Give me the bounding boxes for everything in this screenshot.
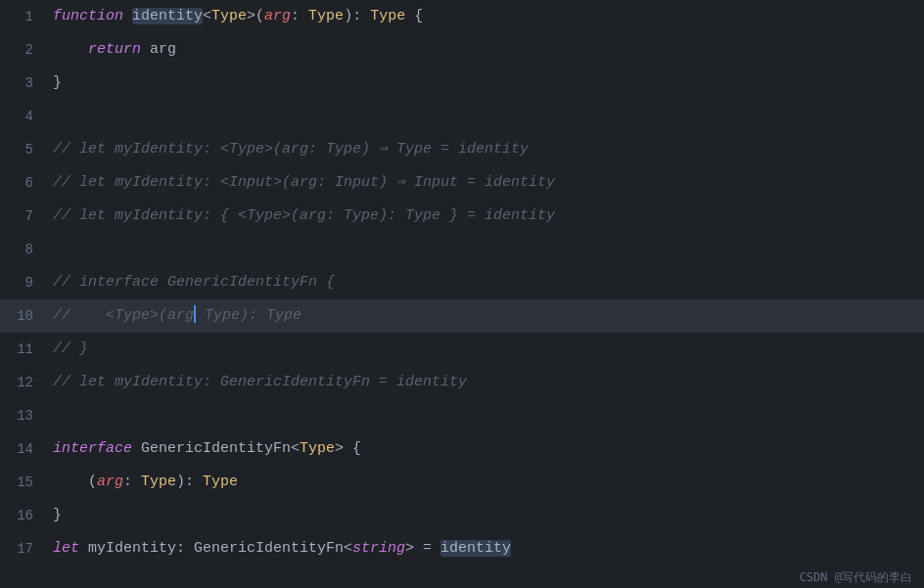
code-content xyxy=(49,399,924,432)
code-line: 15 (arg: Type): Type xyxy=(0,466,924,499)
token: string xyxy=(352,540,405,557)
line-number: 3 xyxy=(0,75,49,91)
token: GenericIdentityFn< xyxy=(132,440,300,457)
token xyxy=(53,41,88,58)
token: Type): Type xyxy=(196,307,301,324)
token: Type xyxy=(370,8,405,24)
code-line: 7// let myIdentity: { <Type>(arg: Type):… xyxy=(0,200,924,233)
line-number: 9 xyxy=(0,275,49,291)
code-line: 16} xyxy=(0,499,924,532)
code-line: 10// <Type>(arg Type): Type xyxy=(0,299,924,333)
token: Type xyxy=(300,440,335,457)
token: function xyxy=(53,8,132,24)
code-content: return arg xyxy=(49,33,924,67)
token: identity xyxy=(440,540,511,557)
token: < xyxy=(203,8,211,24)
token: : xyxy=(123,474,141,490)
code-line: 14interface GenericIdentityFn<Type> { xyxy=(0,432,924,466)
line-number: 11 xyxy=(0,341,49,357)
token: } xyxy=(53,74,62,91)
line-number: 16 xyxy=(0,508,49,523)
code-content: let myIdentity: GenericIdentityFn<string… xyxy=(49,532,924,565)
token: // } xyxy=(53,340,88,357)
code-content: } xyxy=(49,67,924,100)
line-number: 14 xyxy=(0,441,49,457)
code-line: 2 return arg xyxy=(0,33,924,67)
line-number: 1 xyxy=(0,9,49,24)
token: Type xyxy=(141,474,176,490)
token: return xyxy=(88,41,141,58)
code-content: (arg: Type): Type xyxy=(49,466,924,499)
code-content: // } xyxy=(49,333,924,366)
line-number: 12 xyxy=(0,375,49,390)
code-content xyxy=(49,233,924,266)
token: ): xyxy=(176,474,203,490)
code-content: // let myIdentity: <Type>(arg: Type) ⇒ T… xyxy=(49,133,924,166)
code-line: 13 xyxy=(0,399,924,432)
token: interface xyxy=(53,440,132,457)
line-number: 15 xyxy=(0,475,49,490)
code-line: 1function identity<Type>(arg: Type): Typ… xyxy=(0,0,924,33)
token: arg xyxy=(264,8,291,24)
code-line: 4 xyxy=(0,100,924,133)
code-content xyxy=(49,100,924,133)
token: ( xyxy=(53,474,97,490)
line-number: 17 xyxy=(0,541,49,557)
code-content: interface GenericIdentityFn<Type> { xyxy=(49,432,924,466)
code-content: // let myIdentity: { <Type>(arg: Type): … xyxy=(49,200,924,233)
line-number: 7 xyxy=(0,208,49,224)
token: arg xyxy=(141,41,176,58)
token: > { xyxy=(335,440,361,457)
token: // interface GenericIdentityFn { xyxy=(53,274,335,291)
line-number: 6 xyxy=(0,175,49,191)
token: > = xyxy=(405,540,440,557)
token: // let myIdentity: { <Type>(arg: Type): … xyxy=(53,207,555,224)
token: // <Type>(arg xyxy=(53,307,194,324)
token: let xyxy=(53,540,79,557)
code-content: // <Type>(arg Type): Type xyxy=(49,299,924,333)
code-line: 6// let myIdentity: <Input>(arg: Input) … xyxy=(0,166,924,200)
code-content: // let myIdentity: GenericIdentityFn = i… xyxy=(49,366,924,399)
line-number: 13 xyxy=(0,408,49,424)
token: { xyxy=(405,8,423,24)
code-line: 9// interface GenericIdentityFn { xyxy=(0,266,924,299)
token: // let myIdentity: <Input>(arg: Input) ⇒… xyxy=(53,174,555,191)
code-content: // interface GenericIdentityFn { xyxy=(49,266,924,299)
token: >( xyxy=(247,8,264,24)
line-number: 5 xyxy=(0,142,49,158)
footer-bar: CSDN @写代码的李白 xyxy=(0,567,924,588)
token: myIdentity: GenericIdentityFn< xyxy=(79,540,352,557)
line-number: 2 xyxy=(0,42,49,58)
code-line: 11// } xyxy=(0,333,924,366)
line-number: 4 xyxy=(0,109,49,124)
code-content: function identity<Type>(arg: Type): Type… xyxy=(49,0,924,33)
token: // let myIdentity: <Type>(arg: Type) ⇒ T… xyxy=(53,141,529,158)
line-number: 8 xyxy=(0,242,49,257)
token: : xyxy=(291,8,308,24)
token: Type xyxy=(203,474,238,490)
line-number: 10 xyxy=(0,308,49,324)
token: Type xyxy=(308,8,344,24)
token: ): xyxy=(344,8,370,24)
token: arg xyxy=(97,474,123,490)
code-line: 5// let myIdentity: <Type>(arg: Type) ⇒ … xyxy=(0,133,924,166)
code-line: 12// let myIdentity: GenericIdentityFn =… xyxy=(0,366,924,399)
code-content: } xyxy=(49,499,924,532)
code-line: 17let myIdentity: GenericIdentityFn<stri… xyxy=(0,532,924,565)
code-line: 8 xyxy=(0,233,924,266)
code-line: 3} xyxy=(0,67,924,100)
token: identity xyxy=(132,8,203,24)
token: } xyxy=(53,507,62,523)
footer-text: CSDN @写代码的李白 xyxy=(800,569,912,586)
code-editor: 1function identity<Type>(arg: Type): Typ… xyxy=(0,0,924,567)
token: // let myIdentity: GenericIdentityFn = i… xyxy=(53,374,467,390)
code-content: // let myIdentity: <Input>(arg: Input) ⇒… xyxy=(49,166,924,200)
token: Type xyxy=(211,8,247,24)
